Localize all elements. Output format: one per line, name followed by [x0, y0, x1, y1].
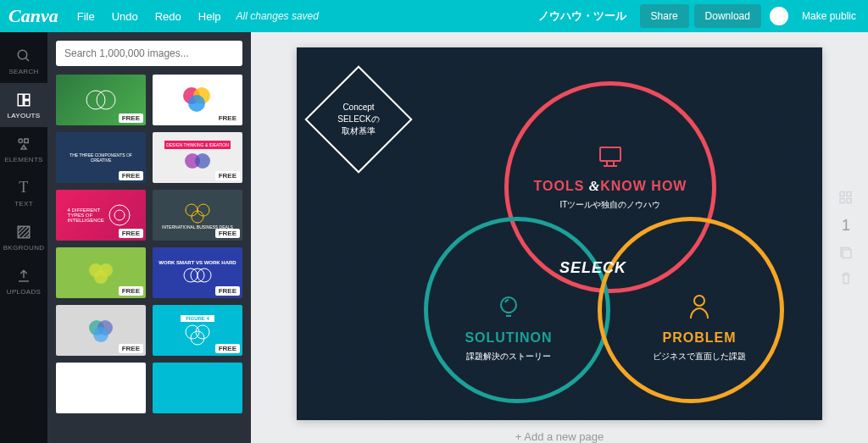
search-icon [15, 47, 32, 64]
svg-point-18 [188, 95, 205, 112]
menu-file[interactable]: File [69, 10, 103, 23]
grid-view-icon[interactable] [839, 191, 853, 204]
sidebar-background[interactable]: BKGROUND [0, 215, 47, 259]
svg-point-14 [86, 91, 105, 109]
sidebar-layouts[interactable]: LAYOUTS [0, 83, 47, 127]
svg-point-5 [19, 139, 23, 143]
diamond-text[interactable]: Concept SELECKの 取材基準 [320, 81, 397, 158]
tool-sidebar: SEARCH LAYOUTS ELEMENTS T TEXT BKGROUND … [0, 32, 47, 443]
svg-point-43 [694, 296, 704, 306]
text-icon: T [15, 180, 32, 197]
center-label[interactable]: SELECK [559, 259, 626, 277]
label-solution[interactable]: SOLUTINON 課題解決のストーリー [424, 293, 593, 363]
slide-canvas[interactable]: Concept SELECKの 取材基準 TOOLS &KNOW HOW ITツ… [297, 47, 822, 420]
svg-point-22 [114, 210, 125, 220]
svg-rect-44 [840, 191, 844, 196]
svg-point-0 [18, 50, 27, 59]
label-tools[interactable]: TOOLS &KNOW HOW ITツールや独自のノウハウ [504, 145, 716, 211]
label-problem[interactable]: PROBLEM ビジネスで直面した課題 [615, 293, 784, 363]
template-thumb[interactable] [153, 363, 242, 413]
page-controls: 1 [839, 191, 853, 285]
sidebar-search[interactable]: SEARCH [0, 39, 47, 83]
delete-page-icon[interactable] [840, 271, 852, 285]
template-thumb[interactable]: FREE [56, 247, 146, 298]
svg-rect-48 [843, 249, 851, 257]
svg-point-34 [93, 327, 108, 342]
menu-help[interactable]: Help [190, 10, 230, 23]
canva-logo[interactable]: Canva [8, 5, 58, 27]
svg-rect-2 [18, 94, 23, 106]
svg-rect-47 [847, 198, 851, 202]
template-thumb[interactable]: FREE [153, 75, 242, 125]
monitor-icon [504, 145, 716, 174]
svg-rect-4 [25, 100, 30, 105]
template-thumb[interactable] [56, 363, 146, 413]
download-button[interactable]: Download [694, 4, 761, 28]
background-icon [15, 224, 32, 241]
top-bar: Canva File Undo Redo Help All changes sa… [0, 0, 868, 32]
svg-point-35 [186, 325, 199, 339]
save-status: All changes saved [236, 10, 319, 22]
uploads-icon [15, 268, 32, 285]
svg-point-21 [109, 205, 130, 225]
svg-rect-46 [840, 198, 844, 202]
sidebar-elements[interactable]: ELEMENTS [0, 127, 47, 171]
svg-point-24 [198, 204, 209, 216]
layouts-panel: FREE FREE THE THREE COMPONENTS OF CREATI… [47, 32, 251, 443]
sidebar-uploads[interactable]: UPLOADS [0, 259, 47, 303]
add-page-button[interactable]: + Add a new page [515, 430, 604, 443]
person-icon [615, 293, 784, 325]
svg-line-10 [18, 226, 25, 233]
copy-page-icon[interactable] [839, 246, 853, 259]
canvas-area: Concept SELECKの 取材基準 TOOLS &KNOW HOW ITツ… [251, 32, 868, 443]
template-thumb[interactable]: FREE [56, 305, 146, 356]
template-thumb[interactable]: FIGURE 4FREE [153, 305, 242, 356]
menu-undo[interactable]: Undo [103, 10, 147, 23]
svg-point-28 [94, 270, 108, 284]
elements-icon [15, 136, 32, 152]
menu-redo[interactable]: Redo [147, 10, 190, 23]
template-thumb[interactable]: THE THREE COMPONENTS OF CREATIVEFREE [56, 132, 146, 183]
svg-point-36 [196, 325, 209, 339]
svg-point-25 [192, 211, 203, 223]
layouts-icon [15, 91, 32, 108]
user-avatar[interactable] [770, 7, 788, 25]
svg-point-23 [186, 204, 198, 216]
sidebar-text[interactable]: T TEXT [0, 171, 47, 215]
search-input[interactable] [56, 41, 242, 66]
template-thumb[interactable]: DESIGN THINKING & IDEATIONFREE [153, 132, 242, 183]
template-thumb[interactable]: INTERNATIONAL BUSINESS DEALSFREE [153, 190, 242, 241]
bulb-icon [424, 293, 593, 325]
svg-marker-7 [21, 145, 26, 149]
template-thumb[interactable]: FREE [56, 75, 146, 125]
svg-rect-6 [25, 139, 29, 143]
svg-rect-45 [847, 191, 851, 196]
share-button[interactable]: Share [640, 4, 689, 28]
svg-rect-38 [600, 147, 620, 161]
template-thumb[interactable]: 4 DIFFERENT TYPES OF INTELLIGENCEFREE [56, 190, 146, 241]
svg-point-20 [195, 153, 210, 169]
page-number: 1 [842, 216, 850, 234]
svg-point-15 [97, 91, 115, 109]
template-thumb[interactable]: WORK SMART VS WORK HARDFREE [153, 247, 242, 298]
document-name[interactable]: ノウハウ・ツール [538, 8, 626, 24]
make-public-button[interactable]: Make public [798, 4, 860, 28]
svg-rect-3 [25, 94, 30, 99]
svg-point-37 [191, 331, 204, 345]
svg-line-1 [25, 58, 29, 61]
